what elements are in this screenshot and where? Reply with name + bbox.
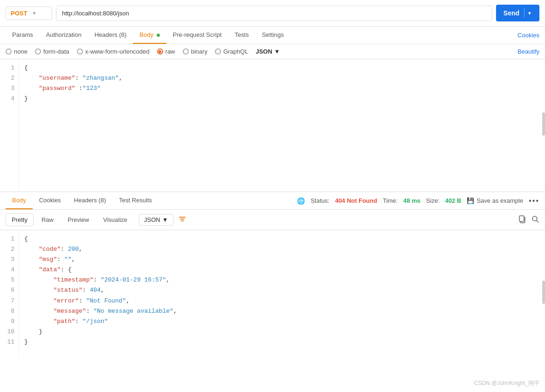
response-line-numbers: 1 2 3 4 5 6 7 8 9 10 11 xyxy=(0,230,19,356)
radio-raw-label: raw xyxy=(166,48,175,55)
size-label: Size: xyxy=(426,197,440,204)
body-dot xyxy=(157,34,160,37)
save-example-label: Save as example xyxy=(476,197,523,204)
request-code-content[interactable]: { "username": "zhangsan", "password" :"1… xyxy=(19,59,545,192)
tab-prerequest[interactable]: Pre-request Script xyxy=(166,27,228,44)
tab-authorization[interactable]: Authorization xyxy=(40,27,88,44)
save-icon: 💾 xyxy=(467,197,474,204)
resp-tab-testresults[interactable]: Test Results xyxy=(112,192,159,209)
radio-urlencoded-label: x-www-form-urlencoded xyxy=(85,48,150,55)
svg-rect-0 xyxy=(179,217,186,218)
response-action-icons xyxy=(518,215,539,225)
view-tab-pretty[interactable]: Pretty xyxy=(6,213,34,226)
send-label: Send xyxy=(504,9,524,17)
radio-formdata[interactable]: form-data xyxy=(35,48,69,55)
view-tab-raw[interactable]: Raw xyxy=(35,213,60,226)
radio-none[interactable]: none xyxy=(6,48,28,55)
radio-graphql[interactable]: GraphQL xyxy=(215,48,248,55)
radio-formdata-label: form-data xyxy=(43,48,69,55)
radio-graphql-circle xyxy=(215,48,221,55)
send-button[interactable]: Send ▼ xyxy=(496,5,539,21)
watermark: CSDN @JohnKnight_翔宇 xyxy=(474,379,539,387)
time-label: Time: xyxy=(383,197,398,204)
radio-raw-circle xyxy=(157,48,163,55)
svg-rect-1 xyxy=(180,219,185,220)
resp-tab-cookies[interactable]: Cookies xyxy=(33,192,68,209)
svg-rect-2 xyxy=(181,220,184,221)
filter-icon[interactable] xyxy=(178,215,186,225)
radio-urlencoded[interactable]: x-www-form-urlencoded xyxy=(77,48,150,55)
view-tab-visualize[interactable]: Visualize xyxy=(97,213,133,226)
resp-tab-headers[interactable]: Headers (8) xyxy=(68,192,113,209)
top-bar: POST ▼ Send ▼ xyxy=(0,0,545,27)
response-code-content: { "code": 200, "msg": "", "data": { "tim… xyxy=(19,230,545,356)
svg-rect-4 xyxy=(519,216,524,221)
svg-line-6 xyxy=(537,220,538,222)
more-options-button[interactable]: ••• xyxy=(529,197,539,205)
request-code-editor[interactable]: 1 2 3 4 { "username": "zhangsan", "passw… xyxy=(0,59,545,192)
json-format-select[interactable]: JSON ▼ xyxy=(255,48,280,55)
body-type-row: none form-data x-www-form-urlencoded raw… xyxy=(0,44,545,59)
json-format-label: JSON xyxy=(255,48,272,55)
tab-body[interactable]: Body xyxy=(133,27,166,44)
response-scrollbar[interactable] xyxy=(542,281,545,304)
radio-binary[interactable]: binary xyxy=(183,48,207,55)
response-controls: Pretty Raw Preview Visualize JSON ▼ xyxy=(0,210,545,230)
method-value: POST xyxy=(11,10,27,17)
response-format-chevron: ▼ xyxy=(162,216,168,223)
response-header: Body Cookies Headers (8) Test Results 🌐 … xyxy=(0,192,545,210)
radio-none-label: none xyxy=(14,48,28,55)
request-scrollbar[interactable] xyxy=(542,112,545,136)
status-value: 404 Not Found xyxy=(335,197,377,204)
radio-urlencoded-circle xyxy=(77,48,83,55)
response-code-editor[interactable]: 1 2 3 4 5 6 7 8 9 10 11 { "code": 200, "… xyxy=(0,230,545,356)
beautify-button[interactable]: Beautify xyxy=(517,48,539,55)
resp-tab-body[interactable]: Body xyxy=(6,192,33,209)
size-value: 402 B xyxy=(445,197,462,204)
request-line-numbers: 1 2 3 4 xyxy=(0,59,19,192)
search-button[interactable] xyxy=(531,215,539,225)
cookies-link[interactable]: Cookies xyxy=(517,27,539,43)
radio-raw[interactable]: raw xyxy=(157,48,175,55)
response-meta: 🌐 Status: 404 Not Found Time: 48 ms Size… xyxy=(297,197,539,205)
radio-formdata-circle xyxy=(35,48,41,55)
radio-graphql-label: GraphQL xyxy=(223,48,248,55)
save-example-button[interactable]: 💾 Save as example xyxy=(467,197,523,204)
tab-headers[interactable]: Headers (8) xyxy=(88,27,133,44)
status-label: Status: xyxy=(310,197,329,204)
tab-settings[interactable]: Settings xyxy=(255,27,290,44)
send-caret-icon: ▼ xyxy=(527,11,532,16)
tab-params[interactable]: Params xyxy=(6,27,40,44)
radio-binary-label: binary xyxy=(191,48,207,55)
time-value: 48 ms xyxy=(403,197,421,204)
radio-none-circle xyxy=(6,48,12,55)
view-tab-preview[interactable]: Preview xyxy=(62,213,95,226)
method-chevron-icon: ▼ xyxy=(32,11,36,16)
globe-icon: 🌐 xyxy=(297,197,305,205)
request-tabs: Params Authorization Headers (8) Body Pr… xyxy=(0,27,545,44)
url-input[interactable] xyxy=(56,6,492,21)
send-divider xyxy=(524,8,524,18)
response-format-select[interactable]: JSON ▼ xyxy=(139,214,173,226)
response-format-label: JSON xyxy=(144,216,160,223)
tab-tests[interactable]: Tests xyxy=(228,27,255,44)
copy-button[interactable] xyxy=(518,215,526,225)
json-format-chevron: ▼ xyxy=(274,48,280,55)
radio-binary-circle xyxy=(183,48,189,55)
method-select[interactable]: POST ▼ xyxy=(6,7,52,20)
